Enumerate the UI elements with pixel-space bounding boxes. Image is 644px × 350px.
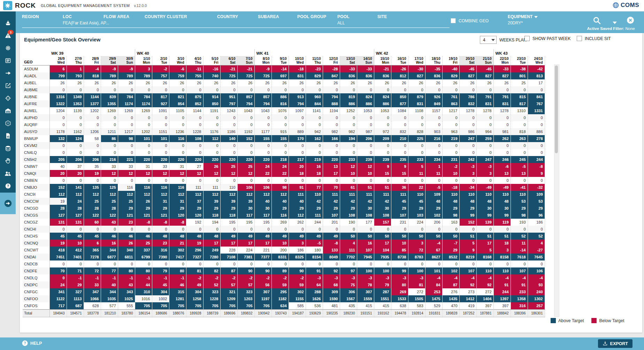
search-options-dropdown[interactable] xyxy=(611,20,617,26)
table-cell: 0 xyxy=(203,86,220,93)
table-cell: -49 xyxy=(476,184,493,191)
table-row: AUBME00000000000000000000000000000 xyxy=(23,86,545,93)
table-cell: 799 xyxy=(49,72,67,79)
table-cell: 0 xyxy=(254,177,271,184)
help-button[interactable]: ? HELP xyxy=(22,340,42,347)
table-cell: 0 xyxy=(49,86,67,93)
table-cell: -34 xyxy=(459,184,476,191)
table-cell: 26 xyxy=(237,79,254,86)
table-row: AUPHD00000000000000000000000000000 xyxy=(23,114,545,121)
table-cell: 92 xyxy=(476,281,493,288)
filter-value-loc[interactable]: FEA(Far East Asia), AP... xyxy=(63,21,109,25)
table-cell: 110 xyxy=(476,191,493,198)
table-cell: 0 xyxy=(152,260,169,267)
equipment-dropdown[interactable]: EQUIPMENT xyxy=(508,14,538,19)
vertical-scrollbar[interactable] xyxy=(554,64,559,317)
include-sit-checkbox[interactable] xyxy=(577,36,582,41)
geo-cell: AUSYD xyxy=(23,128,49,135)
sidebar-item-network[interactable] xyxy=(0,117,16,130)
table-cell: 886 xyxy=(528,128,545,135)
table-cell: -4 xyxy=(425,240,442,247)
table-cell: -1 xyxy=(84,274,101,281)
table-row: AUMEL12041139120212691269126910911105114… xyxy=(23,107,545,114)
search-button[interactable] xyxy=(592,16,601,26)
week-group-header: WK 42 xyxy=(374,49,493,56)
table-cell: 49 xyxy=(306,233,323,240)
weeks-plan-select[interactable]: 4 xyxy=(480,36,497,44)
app-tagline: GLOBAL EQUIPMENT MANAGEMENT SYSTEM xyxy=(41,3,130,8)
table-cell: 0 xyxy=(49,260,67,267)
table-cell: 106 xyxy=(528,267,545,274)
table-cell: 817 xyxy=(152,93,169,100)
table-cell: 0 xyxy=(442,86,459,93)
table-cell: 794 xyxy=(237,100,254,107)
sidebar-item-flow[interactable] xyxy=(0,67,16,79)
sidebar-item-alerts[interactable]: 3 xyxy=(0,29,16,42)
table-cell: 107 xyxy=(391,212,408,219)
table-cell: -35 xyxy=(425,65,442,73)
sidebar-item-database[interactable] xyxy=(0,142,16,155)
export-button[interactable]: EXPORT xyxy=(598,339,632,348)
table-cell: 0 xyxy=(152,149,169,156)
table-cell: 48 xyxy=(169,233,186,240)
scrollbar-thumb[interactable] xyxy=(555,65,558,153)
table-cell: 813 xyxy=(528,72,545,79)
table-cell: 12 xyxy=(340,163,357,170)
table-cell: 1144 xyxy=(186,107,203,114)
sidebar-item-warehouse[interactable] xyxy=(0,104,16,117)
table-cell: 1211 xyxy=(101,128,118,135)
combine-geo-checkbox[interactable] xyxy=(451,18,456,23)
table-cell: 634 xyxy=(271,302,289,310)
table-cell: -21 xyxy=(374,65,391,73)
table-cell: 0 xyxy=(493,149,511,156)
sidebar-item-target[interactable] xyxy=(0,92,16,104)
table-cell: 220 xyxy=(152,156,169,163)
rock-logo[interactable] xyxy=(3,1,12,10)
total-cell: 190235 xyxy=(323,310,340,317)
sidebar-item-users[interactable] xyxy=(0,167,16,180)
table-cell: 110 xyxy=(493,267,511,274)
table-cell: 25 xyxy=(237,163,254,170)
table-cell: 30 xyxy=(237,205,254,212)
table-cell: -4 xyxy=(493,274,511,281)
sidebar-item-edit[interactable] xyxy=(0,79,16,92)
total-cell: 193743 xyxy=(271,310,289,317)
table-cell: 914 xyxy=(203,93,220,100)
table-cell: 705 xyxy=(254,302,271,310)
table-cell: 8738 xyxy=(391,254,408,260)
filter-value-pool[interactable]: ALL xyxy=(337,21,345,25)
sidebar-item-active[interactable] xyxy=(0,193,16,214)
sidebar-item-vessel[interactable] xyxy=(0,17,16,29)
total-cell: 184943 xyxy=(49,310,67,317)
table-cell: 1157 xyxy=(425,107,442,114)
table-cell: 1252 xyxy=(340,107,357,114)
date-column-header: 27/9Thu xyxy=(67,56,84,65)
table-cell: -4 xyxy=(511,274,528,281)
table-cell: 841 xyxy=(528,93,545,100)
sidebar-item-report[interactable] xyxy=(0,130,16,142)
table-row: AUQRF00000000000000000000000000000 xyxy=(23,121,545,128)
table-cell: 307 xyxy=(357,288,374,295)
table-cell: -5 xyxy=(425,184,442,191)
show-past-week-checkbox[interactable] xyxy=(524,36,530,41)
sidebar-item-settings[interactable] xyxy=(0,42,16,54)
total-cell: 183778 xyxy=(84,310,101,317)
table-cell: 87 xyxy=(442,281,459,288)
equipment-value: 20DRY* xyxy=(508,21,523,25)
table-cell: 23 xyxy=(152,240,169,247)
table-cell: 80 xyxy=(118,267,135,274)
table-cell: 71 xyxy=(67,267,84,274)
table-cell: 44 xyxy=(135,281,152,288)
table-cell: 0 xyxy=(323,121,340,128)
clear-filter-button[interactable] xyxy=(626,16,635,26)
table-cell: 84 xyxy=(425,281,442,288)
sidebar-item-help[interactable]: ? xyxy=(0,180,16,192)
table-cell: 296 xyxy=(186,247,203,254)
sidebar-item-hold[interactable] xyxy=(0,155,16,167)
table-cell: 26 xyxy=(135,198,152,205)
date-column-header: 15/10Mon xyxy=(374,56,391,65)
table-cell: 13 xyxy=(493,170,511,177)
sidebar-item-form[interactable] xyxy=(0,54,16,67)
table-cell: 49 xyxy=(289,233,306,240)
table-cell: 323 xyxy=(203,288,220,295)
